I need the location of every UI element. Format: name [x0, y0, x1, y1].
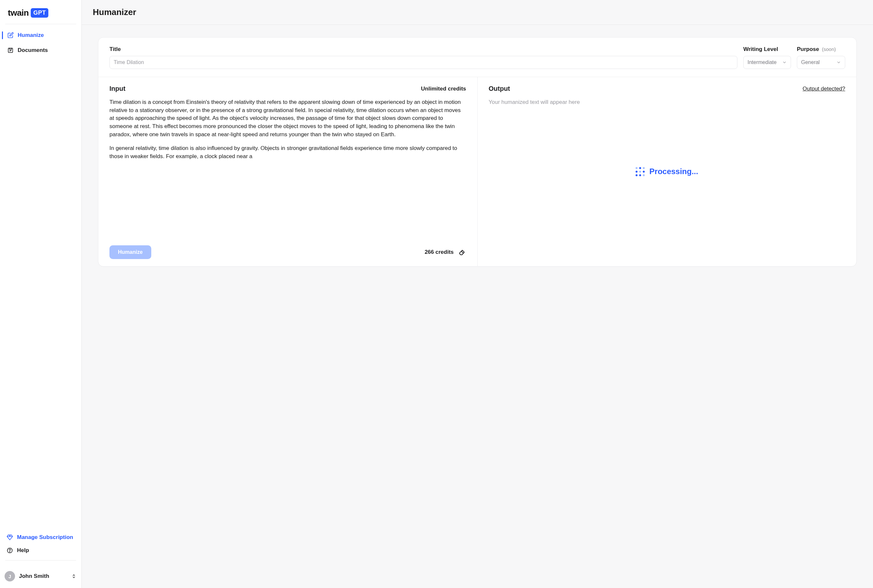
- divider: [5, 560, 76, 561]
- input-paragraph: In general relativity, time dilation is …: [110, 144, 466, 160]
- nav-item-label: Humanize: [18, 32, 44, 39]
- title-label: Title: [110, 46, 737, 52]
- chevron-down-icon: [836, 60, 841, 64]
- credits-label: Unlimited credits: [421, 86, 466, 92]
- purpose-label: Purpose (soon): [797, 46, 845, 52]
- card: Title Writing Level Intermediate: [98, 37, 856, 267]
- chevron-down-icon: [782, 60, 787, 64]
- documents-icon: [7, 47, 14, 54]
- nav-item-documents[interactable]: Documents: [2, 44, 80, 57]
- chevron-up-down-icon: [71, 573, 77, 579]
- diamond-icon: [6, 534, 13, 541]
- topbar: Humanizer: [82, 0, 873, 25]
- output-detected-link[interactable]: Output detected?: [803, 86, 845, 92]
- logo-text-twain: twain: [8, 8, 29, 18]
- processing-text: Processing...: [650, 166, 698, 177]
- help-link[interactable]: Help: [2, 544, 80, 557]
- logo: twain GPT: [0, 0, 81, 24]
- field-title: Title: [110, 46, 737, 69]
- output-pane: Output Output detected? Your humanized t…: [478, 77, 856, 266]
- eraser-icon[interactable]: [458, 248, 466, 256]
- input-textarea[interactable]: Time dilation is a concept from Einstein…: [98, 95, 477, 241]
- purpose-select[interactable]: General: [797, 56, 845, 69]
- logo-text-gpt: GPT: [31, 8, 49, 18]
- card-body: Input Unlimited credits Time dilation is…: [98, 77, 856, 266]
- input-heading: Input: [110, 85, 126, 93]
- svg-point-2: [9, 552, 10, 552]
- credit-count-group: 266 credits: [425, 248, 466, 256]
- writing-level-value: Intermediate: [747, 60, 777, 65]
- field-writing-level: Writing Level Intermediate: [743, 46, 791, 69]
- user-name: John Smith: [19, 573, 67, 579]
- nav-item-label: Documents: [18, 47, 48, 54]
- input-pane: Input Unlimited credits Time dilation is…: [98, 77, 478, 266]
- credit-count: 266 credits: [425, 249, 454, 255]
- help-circle-icon: [6, 547, 13, 554]
- field-purpose: Purpose (soon) General: [797, 46, 845, 69]
- sidebar: twain GPT Humanize Documents: [0, 0, 82, 588]
- processing-indicator: Processing...: [636, 166, 698, 177]
- output-placeholder: Your humanized text will appear here: [489, 98, 846, 106]
- card-header: Title Writing Level Intermediate: [98, 38, 856, 77]
- spinner-icon: [636, 167, 645, 176]
- output-pane-header: Output Output detected?: [478, 77, 856, 95]
- input-paragraph: Time dilation is a concept from Einstein…: [110, 98, 466, 138]
- output-body: Your humanized text will appear here Pro…: [478, 95, 856, 265]
- content: Title Writing Level Intermediate: [82, 25, 873, 279]
- manage-subscription-link[interactable]: Manage Subscription: [2, 531, 80, 544]
- purpose-label-text: Purpose: [797, 46, 819, 52]
- input-pane-footer: Humanize 266 credits: [98, 241, 477, 266]
- page-title: Humanizer: [93, 7, 862, 17]
- input-pane-header: Input Unlimited credits: [98, 77, 477, 95]
- writing-level-label: Writing Level: [743, 46, 791, 52]
- main: Humanizer Title Writing Level Intermedia…: [82, 0, 873, 588]
- title-input[interactable]: [110, 56, 737, 69]
- humanize-button[interactable]: Humanize: [110, 245, 151, 259]
- user-menu[interactable]: J John Smith: [0, 567, 81, 584]
- writing-level-select[interactable]: Intermediate: [743, 56, 791, 69]
- nav-item-humanize[interactable]: Humanize: [2, 29, 80, 42]
- output-heading: Output: [489, 85, 510, 93]
- bottom-link-label: Manage Subscription: [17, 534, 73, 541]
- bottom-link-label: Help: [17, 547, 29, 554]
- avatar: J: [4, 571, 15, 582]
- purpose-soon-text: (soon): [822, 46, 836, 52]
- sidebar-bottom: Manage Subscription Help: [0, 531, 81, 557]
- purpose-value: General: [801, 60, 820, 65]
- nav: Humanize Documents: [0, 29, 81, 59]
- edit-square-icon: [7, 32, 14, 39]
